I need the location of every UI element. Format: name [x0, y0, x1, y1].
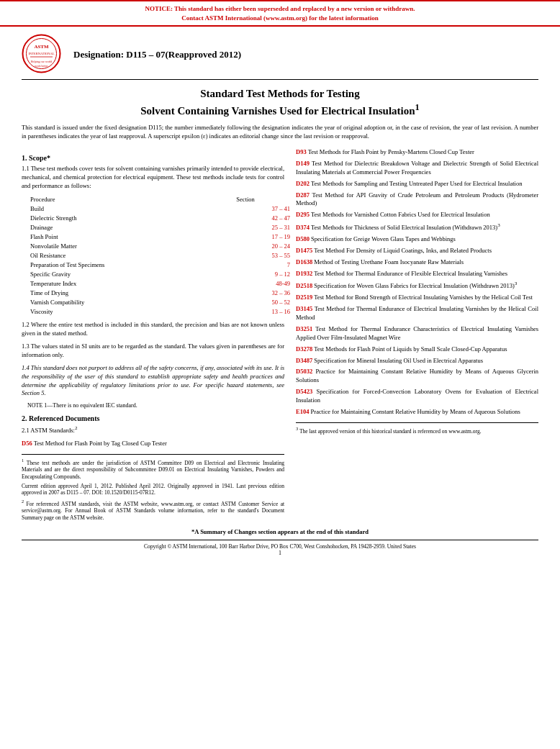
ref-item-d3251: D3251 Test Method for Thermal Endurance … — [296, 325, 538, 342]
proc-section: 50 – 52 — [235, 298, 292, 307]
ref-id: D149 — [296, 160, 310, 167]
proc-table-row: ProcedureSection — [29, 195, 292, 204]
proc-section: Section — [235, 195, 292, 204]
ref-text: Test Method for API Gravity of Crude Pet… — [296, 191, 538, 207]
ref-id: D2519 — [296, 294, 312, 301]
ref-id: E104 — [296, 408, 309, 415]
ref-text: Practice for Maintaining Constant Relati… — [296, 368, 538, 383]
ref-item-d149: D149 Test Method for Dielectric Breakdow… — [296, 160, 538, 177]
ref-text: Method of Testing Urethane Foam Isocyana… — [312, 258, 464, 265]
ref-id: D5032 — [296, 368, 312, 375]
ref-item-d2518: D2518 Specification for Woven Glass Fabr… — [296, 281, 538, 291]
proc-name: Drainage — [29, 223, 235, 232]
ref-superscript: 3 — [497, 222, 500, 228]
footnote-3: 3 The last approved version of this hist… — [296, 426, 538, 435]
summary-line: *A Summary of Changes section appears at… — [22, 528, 538, 535]
footnote-2: 2 For referenced ASTM standards, visit t… — [22, 499, 284, 522]
procedure-table-section: ProcedureSectionBuild37 – 41Dielectric S… — [22, 195, 284, 317]
proc-section: 13 – 16 — [235, 307, 292, 317]
ref-id: D5423 — [296, 388, 312, 395]
ref-id: D1475 — [296, 247, 312, 254]
ref-item-d295: D295 Test Methods for Varnished Cotton F… — [296, 211, 538, 219]
ref-item-d3145: D3145 Test Method for Thermal Endurance … — [296, 305, 538, 322]
proc-name: Nonvolatile Matter — [29, 242, 235, 251]
ref-item-d93: D93 Test Methods for Flash Point by Pens… — [296, 148, 538, 157]
ref-item-d287: D287 Test Method for API Gravity of Crud… — [296, 191, 538, 209]
ref-item-d56: D56 Test Method for Flash Point by Tag C… — [22, 440, 284, 448]
ref-text: Test Methods for Flash Point of Liquids … — [312, 345, 507, 353]
proc-section: 32 – 36 — [235, 289, 292, 298]
ref-id: D93 — [296, 148, 307, 155]
proc-table-row: Dielectric Strength42 – 47 — [29, 214, 292, 223]
ref-item-d374: D374 Test Methods for Thickness of Solid… — [296, 222, 538, 232]
ref-text: Test Methods for Flash Point by Pensky-M… — [307, 148, 474, 155]
astm-logo: ASTM INTERNATIONAL Helping our world wor… — [22, 34, 65, 75]
main-title-block: Standard Test Methods for Testing Solven… — [22, 87, 538, 118]
proc-section: 53 – 55 — [235, 251, 292, 260]
ref-id: D3487 — [296, 357, 312, 364]
ref-docs-subheading: 2.1 ASTM Standards:2 — [22, 425, 284, 435]
proc-name: Build — [29, 204, 235, 214]
designation-area: Designation: D115 – 07(Reapproved 2012) — [73, 49, 241, 60]
ref-item-d202: D202 Test Methods for Sampling and Testi… — [296, 180, 538, 189]
proc-table-row: Varnish Compatibility50 – 52 — [29, 298, 292, 307]
proc-name: Flash Point — [29, 232, 235, 242]
proc-name: Viscosity — [29, 307, 235, 317]
scope-para4: 1.4 This standard does not purport to ad… — [22, 364, 284, 399]
ref-text: Test Methods for Varnished Cotton Fabric… — [310, 211, 490, 218]
footnote-divider-right — [296, 422, 538, 423]
svg-text:INTERNATIONAL: INTERNATIONAL — [29, 52, 55, 55]
ref-item-d5423: D5423 Specification for Forced-Convectio… — [296, 388, 538, 405]
proc-table-row: Temperature Index48-49 — [29, 279, 292, 289]
proc-name: Oil Resistance — [29, 251, 235, 260]
document-title: Standard Test Methods for Testing Solven… — [22, 87, 538, 118]
proc-section: 17 – 19 — [235, 232, 292, 242]
ref-text: Test Method for Thermal Endurance of Fle… — [312, 270, 507, 277]
scope-para2: 1.2 Where the entire test method is incl… — [22, 321, 284, 338]
proc-table-row: Oil Resistance53 – 55 — [29, 251, 292, 260]
right-column: D93 Test Methods for Flash Point by Pens… — [296, 148, 538, 524]
proc-name: Specific Gravity — [29, 270, 235, 279]
proc-section: 42 – 47 — [235, 214, 292, 223]
ref-item-e104: E104 Practice for Maintaining Constant R… — [296, 408, 538, 417]
scope-heading: 1. Scope* — [22, 154, 284, 162]
ref-item-d1932: D1932 Test Method for Thermal Endurance … — [296, 270, 538, 278]
ref-id: D374 — [296, 224, 310, 231]
scope-para1: 1.1 These test methods cover tests for s… — [22, 165, 284, 191]
proc-table-row: Flash Point17 – 19 — [29, 232, 292, 242]
proc-table-row: Build37 – 41 — [29, 204, 292, 214]
proc-name: Temperature Index — [29, 279, 235, 289]
notice-line2: Contact ASTM International (www.astm.org… — [181, 14, 379, 22]
ref-item-d1475: D1475 Test Method For Density of Liquid … — [296, 247, 538, 255]
ref-id: D3251 — [296, 325, 312, 332]
ref-text: Specification for Forced-Convection Labo… — [296, 388, 538, 404]
ref-text: Specification for Woven Glass Fabrics fo… — [312, 282, 468, 289]
proc-table-row: Time of Drying32 – 36 — [29, 289, 292, 298]
proc-table-row: Preparation of Test Specimens7 — [29, 260, 292, 270]
proc-section: 7 — [235, 260, 292, 270]
ref-id: D295 — [296, 211, 310, 218]
designation-text: Designation: D115 – 07(Reapproved 2012) — [73, 49, 241, 60]
ref-text: Test Method for Thermal Endurance Charac… — [296, 325, 538, 341]
ref-item-d3487: D3487 Specification for Mineral Insulati… — [296, 357, 538, 366]
ref-text: Test Method For Density of Liquid Coatin… — [312, 247, 492, 254]
ref-id-d56: D56 — [22, 440, 32, 447]
ref-items-list: D93 Test Methods for Flash Point by Pens… — [296, 148, 538, 417]
footnote-1: 1 These test methods are under the juris… — [22, 458, 284, 481]
ref-id: D287 — [296, 191, 310, 199]
ref-item-d2519: D2519 Test Method for Bond Strength of E… — [296, 294, 538, 302]
ref-text: Test Method for Bond Strength of Electri… — [312, 294, 533, 301]
ref-item-d5032: D5032 Practice for Maintaining Constant … — [296, 368, 538, 385]
procedure-table: ProcedureSectionBuild37 – 41Dielectric S… — [29, 195, 292, 317]
ref-id: D202 — [296, 180, 310, 187]
ref-text: Test Methods for Sampling and Testing Un… — [310, 180, 522, 187]
proc-name: Dielectric Strength — [29, 214, 235, 223]
ref-id: D3145 — [296, 305, 312, 312]
proc-section: 9 – 12 — [235, 270, 292, 279]
notice-bar: NOTICE: This standard has either been su… — [0, 0, 560, 27]
proc-table-row: Specific Gravity9 – 12 — [29, 270, 292, 279]
ref-docs-heading: 2. Referenced Documents — [22, 414, 284, 422]
proc-name: Time of Drying — [29, 289, 235, 298]
note1: NOTE 1—There is no equivalent IEC standa… — [22, 402, 284, 409]
ref-id: D580 — [296, 235, 310, 242]
